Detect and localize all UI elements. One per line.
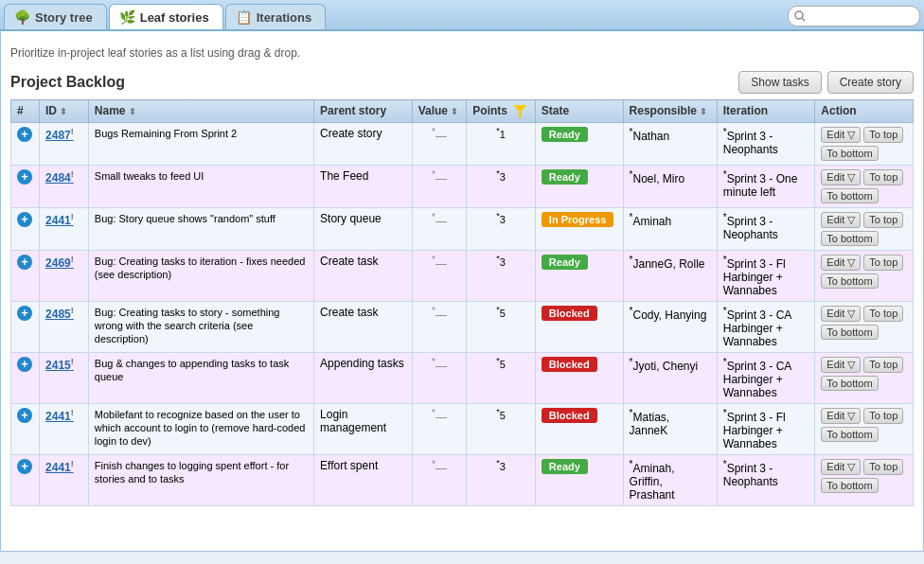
to-top-button[interactable]: To top bbox=[863, 212, 903, 228]
action-row-bottom: To bottom bbox=[821, 273, 907, 289]
to-bottom-button[interactable]: To bottom bbox=[821, 231, 878, 246]
row-state-cell: Ready bbox=[535, 250, 623, 301]
row-responsible-cell: *Cody, Hanying bbox=[623, 301, 717, 352]
edit-button[interactable]: Edit ▽ bbox=[821, 127, 861, 143]
row-add-cell: + bbox=[11, 165, 40, 207]
points-filter-icon[interactable] bbox=[513, 105, 526, 118]
add-row-button[interactable]: + bbox=[17, 408, 32, 423]
add-row-button[interactable]: + bbox=[17, 255, 32, 270]
edit-button[interactable]: Edit ▽ bbox=[821, 306, 861, 322]
story-id-link[interactable]: 2441! bbox=[45, 214, 74, 227]
responsible-text: *Noel, Miro bbox=[630, 172, 685, 185]
action-row-top: Edit ▽ To top bbox=[821, 127, 907, 143]
to-top-button[interactable]: To top bbox=[863, 127, 903, 143]
to-bottom-button[interactable]: To bottom bbox=[821, 427, 878, 442]
row-iteration-cell: *Sprint 3 - Neophants bbox=[717, 122, 815, 165]
action-buttons-group: Edit ▽ To top To bottom bbox=[821, 306, 907, 340]
col-header-id[interactable]: ID ⇕ bbox=[40, 100, 89, 123]
story-id-link[interactable]: 2484! bbox=[45, 171, 74, 185]
row-id-cell: 2441! bbox=[40, 403, 89, 454]
parent-story-text: Create task bbox=[320, 306, 378, 319]
to-bottom-button[interactable]: To bottom bbox=[821, 325, 878, 340]
to-bottom-button[interactable]: To bottom bbox=[821, 273, 878, 289]
row-value-cell: *— bbox=[412, 207, 467, 250]
row-state-cell: Ready bbox=[535, 122, 623, 165]
edit-button[interactable]: Edit ▽ bbox=[821, 459, 861, 475]
col-header-action: Action bbox=[815, 100, 914, 123]
story-id-link[interactable]: 2415! bbox=[45, 359, 74, 372]
col-header-name[interactable]: Name ⇕ bbox=[88, 100, 313, 123]
row-responsible-cell: *Nathan bbox=[623, 122, 717, 165]
state-badge: Blocked bbox=[542, 408, 597, 423]
tab-story-tree[interactable]: 🌳 Story tree bbox=[4, 4, 107, 29]
iteration-text: *Sprint 3 - One minute left bbox=[723, 172, 798, 199]
action-row-bottom: To bottom bbox=[821, 325, 907, 340]
edit-button[interactable]: Edit ▽ bbox=[821, 212, 861, 228]
to-top-button[interactable]: To top bbox=[863, 459, 903, 475]
to-bottom-button[interactable]: To bottom bbox=[821, 376, 878, 391]
add-row-button[interactable]: + bbox=[17, 169, 32, 185]
add-row-button[interactable]: + bbox=[17, 357, 32, 372]
row-value-cell: *— bbox=[412, 454, 467, 505]
story-id-link[interactable]: 2485! bbox=[45, 308, 74, 321]
edit-button[interactable]: Edit ▽ bbox=[821, 357, 861, 373]
to-bottom-button[interactable]: To bottom bbox=[821, 188, 878, 203]
story-id-link[interactable]: 2441! bbox=[45, 410, 74, 423]
col-header-parent: Parent story bbox=[314, 100, 413, 123]
tab-iterations-label: Iterations bbox=[257, 10, 312, 25]
edit-button[interactable]: Edit ▽ bbox=[821, 408, 861, 424]
story-marker: ! bbox=[71, 212, 74, 221]
row-responsible-cell: *Jyoti, Chenyi bbox=[623, 352, 717, 403]
points-text: *3 bbox=[496, 256, 506, 268]
action-row-top: Edit ▽ To top bbox=[821, 255, 907, 271]
backlog-title: Project Backlog bbox=[10, 74, 125, 91]
parent-story-text: Appending tasks bbox=[320, 357, 404, 370]
points-text: *5 bbox=[496, 308, 506, 319]
to-top-button[interactable]: To top bbox=[863, 357, 903, 373]
parent-story-text: Story queue bbox=[320, 212, 382, 225]
action-buttons-group: Edit ▽ To top To bottom bbox=[821, 408, 907, 442]
story-id-link[interactable]: 2441! bbox=[45, 461, 74, 474]
col-header-state: State bbox=[535, 100, 623, 123]
row-action-cell: Edit ▽ To top To bottom bbox=[815, 301, 914, 352]
row-parent-cell: Create task bbox=[314, 250, 413, 301]
to-top-button[interactable]: To top bbox=[863, 255, 903, 271]
col-header-value[interactable]: Value ⇕ bbox=[412, 100, 467, 123]
create-story-button[interactable]: Create story bbox=[827, 71, 914, 94]
story-id-link[interactable]: 2469! bbox=[45, 256, 74, 270]
to-bottom-button[interactable]: To bottom bbox=[821, 478, 878, 493]
iteration-text: *Sprint 3 - Neophants bbox=[723, 462, 778, 488]
row-points-cell: *1 bbox=[467, 122, 536, 165]
row-name-cell: Mobilefant to recognize based on the use… bbox=[88, 403, 313, 454]
col-header-responsible[interactable]: Responsible ⇕ bbox=[623, 100, 717, 123]
to-top-button[interactable]: To top bbox=[863, 408, 903, 424]
points-text: *5 bbox=[496, 410, 506, 421]
row-id-cell: 2415! bbox=[40, 352, 89, 403]
edit-button[interactable]: Edit ▽ bbox=[821, 169, 861, 185]
value-text: *— bbox=[432, 257, 447, 271]
leaf-stories-icon: 🌿 bbox=[119, 9, 135, 25]
add-row-button[interactable]: + bbox=[17, 459, 32, 474]
add-row-button[interactable]: + bbox=[17, 212, 32, 227]
to-bottom-button[interactable]: To bottom bbox=[821, 146, 878, 161]
row-iteration-cell: *Sprint 3 - Neophants bbox=[717, 207, 815, 250]
parent-story-text: The Feed bbox=[320, 169, 368, 183]
tab-leaf-stories[interactable]: 🌿 Leaf stories bbox=[109, 4, 223, 29]
show-tasks-button[interactable]: Show tasks bbox=[738, 71, 821, 94]
add-row-button[interactable]: + bbox=[17, 127, 32, 142]
row-action-cell: Edit ▽ To top To bottom bbox=[815, 403, 914, 454]
iteration-text: *Sprint 3 - Fl Harbinger + Wannabes bbox=[723, 257, 786, 297]
search-input[interactable] bbox=[788, 6, 920, 26]
to-top-button[interactable]: To top bbox=[863, 306, 903, 322]
story-name-text: Mobilefant to recognize based on the use… bbox=[95, 409, 306, 447]
story-id-link[interactable]: 2487! bbox=[45, 129, 74, 142]
row-iteration-cell: *Sprint 3 - Fl Harbinger + Wannabes bbox=[717, 403, 815, 454]
table-row: + 2487! Bugs Remaining From Sprint 2 Cre… bbox=[11, 122, 914, 165]
add-row-button[interactable]: + bbox=[17, 306, 32, 321]
to-top-button[interactable]: To top bbox=[863, 169, 903, 185]
row-responsible-cell: *JanneG, Rolle bbox=[623, 250, 717, 301]
edit-button[interactable]: Edit ▽ bbox=[821, 255, 861, 271]
tab-iterations[interactable]: 📋 Iterations bbox=[225, 4, 327, 29]
row-add-cell: + bbox=[11, 207, 40, 250]
table-header-row: # ID ⇕ Name ⇕ Parent story Value ⇕ bbox=[11, 100, 914, 123]
